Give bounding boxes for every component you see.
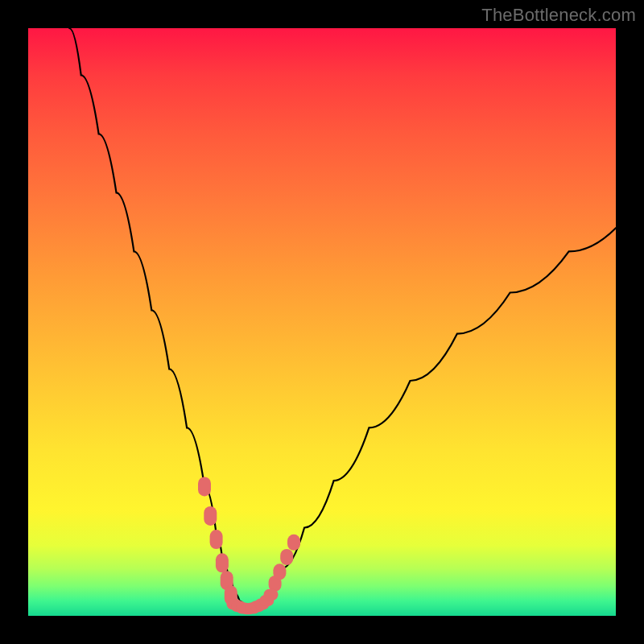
markers-right: [269, 535, 300, 592]
bottleneck-curve: [69, 28, 616, 609]
marker: [287, 535, 300, 551]
marker: [216, 553, 229, 572]
chart-overlay: [28, 28, 616, 616]
watermark-text: TheBottleneck.com: [481, 5, 636, 26]
marker: [273, 564, 286, 580]
markers-left: [198, 477, 237, 605]
marker: [204, 506, 217, 526]
marker: [280, 549, 293, 565]
marker: [210, 530, 223, 549]
marker: [198, 477, 211, 496]
chart-frame: TheBottleneck.com: [0, 0, 644, 644]
marker: [264, 589, 279, 601]
